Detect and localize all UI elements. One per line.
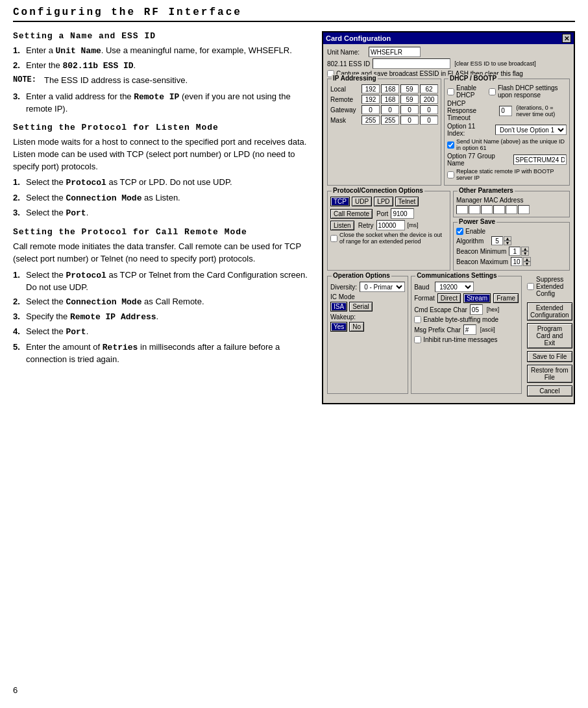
port-input[interactable] (391, 208, 414, 219)
send-unit-checkbox[interactable] (447, 141, 454, 149)
wakeup-buttons: Yes No (330, 322, 405, 332)
mask-ip-1[interactable] (361, 116, 380, 125)
extended-config-button[interactable]: Extended Configuration (527, 302, 572, 321)
ip-dhcp-panel: IP Addressing Local Remote (327, 79, 570, 188)
restore-file-button[interactable]: Restore from File (527, 365, 572, 383)
remote-ip-2[interactable] (381, 95, 399, 104)
telnet-button[interactable]: Telnet (395, 197, 419, 206)
gateway-ip-2[interactable] (381, 105, 399, 114)
comm-settings-title: Communications Settings (415, 272, 498, 279)
udp-button[interactable]: UDP (352, 197, 372, 206)
unit-name-input[interactable] (369, 47, 421, 57)
yes-button[interactable]: Yes (330, 322, 347, 332)
cmd-escape-label: Cmd Escape Char (414, 306, 467, 313)
local-label: Local (330, 86, 359, 93)
close-button[interactable]: ✕ (562, 34, 571, 43)
cmd-escape-input[interactable] (470, 304, 483, 315)
local-ip-4[interactable] (420, 84, 438, 93)
option11-select[interactable]: Don't Use Option 11 (495, 125, 567, 135)
diversity-select[interactable]: 0 - Primary (360, 282, 405, 292)
enable-ps-label: Enable (465, 228, 485, 235)
inhibit-checkbox[interactable] (414, 336, 421, 343)
gateway-ip-4[interactable] (420, 105, 438, 114)
byte-stuff-label: Enable byte-stuffing mode (423, 316, 498, 323)
local-ip-group (361, 84, 438, 93)
stream-button[interactable]: Stream (463, 293, 491, 303)
mac-2[interactable] (469, 205, 480, 214)
ess-id-input[interactable] (373, 58, 450, 69)
mask-ip-group (361, 116, 438, 125)
dhcp-timeout-input[interactable] (499, 106, 512, 116)
remote-ip-1[interactable] (361, 95, 380, 104)
mask-ip-2[interactable] (381, 116, 399, 125)
section-heading-1: Setting a Name and ESS ID (13, 31, 312, 41)
save-file-button[interactable]: Save to File (527, 351, 572, 362)
ess-id-clear-label: [clear ESS ID to use broadcast] (454, 60, 536, 67)
enable-ps-row: Enable (456, 228, 567, 235)
retry-input[interactable] (376, 220, 405, 230)
call-remote-port-row: Call Remote Port (330, 208, 447, 219)
cancel-button[interactable]: Cancel (527, 385, 572, 397)
remote-ip-3[interactable] (400, 95, 419, 104)
beacon-max-up[interactable]: ▲ (523, 257, 531, 262)
direct-button[interactable]: Direct (437, 293, 461, 303)
algorithm-up[interactable]: ▲ (504, 236, 511, 241)
baud-select[interactable]: 19200 (435, 282, 474, 292)
remote-ip-group (361, 95, 438, 104)
list-item: 2. Select the Connection Mode as Call Re… (13, 296, 312, 308)
mac-6[interactable] (518, 205, 530, 214)
dialog-titlebar: Card Configuration ✕ (323, 32, 574, 44)
gateway-ip-1[interactable] (361, 105, 380, 114)
option11-row: Option 11 Index: Don't Use Option 11 (447, 123, 567, 137)
power-save-box: Power Save Enable Algorithm ▲ (453, 222, 570, 271)
beacon-min-up[interactable]: ▲ (521, 247, 529, 251)
enable-dhcp-row: Enable DHCP Flash DHCP settings upon res… (447, 84, 567, 99)
ess-id-label: 802.11 ESS ID (327, 60, 370, 67)
enable-dhcp-checkbox[interactable] (447, 88, 454, 95)
isa-button[interactable]: ISA (330, 302, 347, 311)
mac-3[interactable] (481, 205, 493, 214)
manager-mac-label: Manager MAC Address (456, 197, 523, 204)
beacon-max-input[interactable] (511, 257, 522, 266)
protocol-group-box: Protocol/Connection Options TCP UDP LPD … (327, 191, 450, 271)
mac-4[interactable] (493, 205, 505, 214)
program-card-button[interactable]: Program Card and Exit (527, 323, 572, 348)
call-remote-button[interactable]: Call Remote (330, 209, 373, 219)
beacon-min-input[interactable] (509, 247, 521, 256)
close-socket-checkbox[interactable] (330, 235, 337, 242)
mask-ip-4[interactable] (420, 116, 438, 125)
algorithm-input[interactable] (491, 236, 503, 245)
local-ip-3[interactable] (400, 84, 419, 93)
enable-ps-checkbox[interactable] (456, 228, 463, 235)
local-ip-1[interactable] (361, 84, 380, 93)
local-ip-2[interactable] (381, 84, 399, 93)
listen-button[interactable]: Listen (330, 221, 354, 230)
option77-input[interactable] (513, 154, 567, 165)
beacon-min-down[interactable]: ▼ (521, 251, 529, 256)
serial-button[interactable]: Serial (349, 302, 373, 311)
remote-ip-4[interactable] (420, 95, 438, 104)
mac-1[interactable] (456, 205, 468, 214)
mask-ip-3[interactable] (400, 116, 419, 125)
msg-prefix-input[interactable] (463, 324, 476, 335)
algorithm-row: Algorithm ▲ ▼ (456, 236, 567, 245)
beacon-max-down[interactable]: ▼ (523, 262, 531, 266)
flash-dhcp-checkbox[interactable] (489, 88, 496, 95)
manager-mac-row: Manager MAC Address (456, 197, 567, 204)
list-item: 4. Select the Port. (13, 326, 312, 338)
frame-button[interactable]: Frame (493, 293, 519, 303)
gateway-ip-row: Gateway (330, 105, 438, 114)
no-button[interactable]: No (349, 322, 364, 332)
lpd-button[interactable]: LPD (374, 197, 393, 206)
algorithm-down[interactable]: ▼ (504, 241, 511, 245)
tcp-button[interactable]: TCP (330, 197, 350, 206)
replace-ip-checkbox[interactable] (447, 171, 454, 178)
byte-stuff-checkbox[interactable] (414, 316, 421, 323)
mac-5[interactable] (506, 205, 517, 214)
bottom-panel: Operation Options Diversity: 0 - Primary… (327, 276, 570, 397)
dialog-title: Card Configuration (326, 34, 391, 42)
note-block: NOTE: The ESS ID address is case-sensiti… (13, 75, 312, 86)
gateway-ip-3[interactable] (400, 105, 419, 114)
suppress-checkbox[interactable] (527, 283, 534, 290)
ic-mode-row: IC Mode (330, 293, 405, 300)
